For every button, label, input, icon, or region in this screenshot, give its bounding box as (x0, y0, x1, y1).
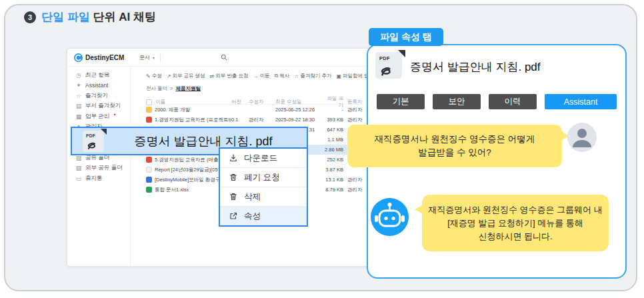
toolbar-copy[interactable]: ⧉복사 (274, 73, 289, 79)
task-manage-icon: ▦ (75, 113, 82, 120)
step-number-badge: 3 (24, 11, 36, 23)
assistant-avatar (371, 198, 409, 236)
toolbar-label: 즐겨찾기 추가 (300, 73, 331, 79)
modified-date-cell: 2025-06-25 12:26 (275, 107, 325, 113)
sidebar-item-즐겨찾기[interactable]: ☆즐겨찾기 (67, 91, 130, 101)
user-message-line: 발급받을 수 있어? (418, 146, 491, 159)
owner-cell: 관리자 (347, 117, 366, 123)
favorites-icon: ☆ (75, 93, 82, 99)
recent-icon: ◷ (75, 72, 82, 79)
file-size-cell: 393 KB (325, 117, 347, 123)
file-size-cell: 647 KB (325, 127, 347, 133)
sidebar-item-label: 최근 항목 (85, 71, 109, 79)
shared-folder-icon: ▧ (75, 155, 82, 161)
sidebar-item-외부 공유 폴더[interactable]: ▨외부 공유 폴더 (67, 163, 130, 174)
file-name: 1.경영지원팀 교육자료 (프로젝트비용,예비자금… (155, 117, 231, 123)
download-icon (229, 153, 238, 163)
move-icon: → (253, 73, 258, 79)
sidebar-item-Assistant[interactable]: ✦Assistant (67, 81, 130, 91)
sidebar-item-업무 관리[interactable]: ▦업무 관리• (67, 111, 130, 122)
chevron-down-icon: ▾ (153, 55, 155, 60)
menu-item-삭제[interactable]: 삭제 (220, 187, 307, 206)
sidebar-item-label: 외부 공유 폴더 (85, 164, 123, 172)
file-name-cell: 2000. 제품 개발 (146, 107, 231, 113)
pdf-file-icon: PDF (83, 131, 104, 152)
panel-tabs: 기본보안이력Assistant (377, 94, 617, 109)
toolbar-external-export[interactable]: ⇄외부 반출 요청 (210, 73, 249, 79)
headline: 3 단일 파일 단위 AI 채팅 (24, 9, 156, 25)
pdf-type-label: PDF (379, 55, 390, 61)
sidebar-item-휴지통[interactable]: ▭휴지통 (67, 173, 130, 184)
scope-label: 문서 (139, 54, 150, 61)
search-box[interactable] (163, 53, 227, 63)
modified-date-cell: 2025-09-22 18:30 (275, 117, 325, 123)
delete-icon (229, 192, 238, 201)
menu-item-폐기 요청[interactable]: 폐기 요청 (220, 167, 307, 187)
menu-item-label: 폐기 요청 (244, 172, 279, 183)
logo-text: DestinyECM (85, 54, 124, 61)
panel-file-title: 증명서 발급안내 지침. pdf (410, 59, 541, 75)
menu-item-label: 속성 (244, 211, 261, 222)
table-header: 이름버전수정자최종 수정일파일 크기등록자 (146, 95, 366, 105)
pdf-glyph-icon (85, 139, 101, 151)
owner-cell: 관리자 (347, 177, 366, 183)
tab-보안[interactable]: 보안 (433, 94, 481, 109)
sidebar-item-최근 항목[interactable]: ◷최근 항목 (67, 70, 130, 81)
breadcrumb-current[interactable]: 제품지원팀 (175, 85, 201, 92)
file-name: 통합 문서1.xlsx (155, 187, 189, 193)
dept-favorites-icon: ▤ (75, 103, 82, 109)
logo-icon (74, 53, 83, 62)
table-row[interactable]: 1.경영지원팀 교육자료 (프로젝트비용,예비자금…0.1관리자2025-09-… (146, 115, 366, 125)
user-avatar (567, 123, 597, 152)
column-header: 이름 (146, 99, 231, 105)
panel-tag: 파일 속성 탭 (369, 28, 443, 46)
menu-item-label: 삭제 (244, 191, 261, 203)
page-fold-icon (101, 129, 107, 135)
tab-기본[interactable]: 기본 (377, 94, 425, 109)
owner-cell: 관리자 (347, 107, 366, 113)
sidebar-item-label: 업무 관리 (85, 113, 109, 121)
assistant-message-line: 재직증명서와 원천징수 영수증은 그룹웨어 내 (428, 203, 602, 217)
assistant-message-line: [재증명 발급 요청하기] 메뉴를 통해 (447, 217, 583, 230)
scope-dropdown[interactable]: 문서 ▾ (139, 53, 161, 62)
docx-file-icon (146, 177, 152, 183)
toolbar-label: 복사 (279, 73, 289, 79)
table-row[interactable]: 2000. 제품 개발2025-06-25 12:26-관리자 (146, 105, 366, 115)
log-file-icon (146, 167, 152, 173)
page-fold-icon (398, 50, 405, 57)
headline-rest: 단위 AI 채팅 (93, 11, 155, 23)
breadcrumb-separator: > (170, 85, 173, 92)
xlsx-file-icon (146, 187, 152, 193)
toolbar-favorite-add[interactable]: ☆즐겨찾기 추가 (294, 73, 331, 79)
external-export-icon: ⇄ (210, 73, 215, 79)
search-icon[interactable] (221, 54, 227, 61)
screenshot-canvas: 3 단일 파일 단위 AI 채팅 DestinyECM 문서 ▾ (0, 0, 644, 298)
menu-item-속성[interactable]: 속성 (220, 206, 307, 225)
external-share-folder-icon: ▨ (75, 165, 82, 171)
toolbar-edit[interactable]: ✎수정 (146, 73, 162, 79)
sidebar-item-label: 즐겨찾기 (85, 92, 108, 100)
toolbar-label: 이동 (259, 73, 269, 79)
pdf-glyph-icon (378, 63, 398, 77)
app-logo: DestinyECM (74, 53, 130, 62)
toolbar-external-share[interactable]: ↗외부 공유 생성 (167, 73, 205, 79)
toolbar-label: 수정 (152, 73, 162, 79)
assistant-icon: ✦ (75, 82, 82, 89)
menu-item-다운로드[interactable]: 다운로드 (220, 149, 307, 167)
search-input[interactable] (163, 54, 221, 61)
column-header-label: 이름 (155, 99, 165, 105)
sidebar-item-부서 즐겨찾기[interactable]: ▤부서 즐겨찾기 (67, 101, 130, 112)
column-header: 버전 (231, 99, 249, 105)
select-all-checkbox[interactable] (146, 99, 152, 105)
trash-icon: ▭ (75, 175, 82, 182)
file-name: 2000. 제품 개발 (155, 107, 190, 113)
tab-이력[interactable]: 이력 (489, 94, 537, 109)
assistant-message-bubble: 재직증명서와 원천징수 영수증은 그룹웨어 내[재증명 발급 요청하기] 메뉴를… (422, 195, 609, 251)
context-menu: 다운로드폐기 요청삭제속성 (219, 147, 308, 227)
properties-icon (229, 211, 238, 221)
column-header: 수정자 (249, 99, 275, 105)
pdf-file-icon-large: PDF (375, 52, 402, 79)
toolbar-move[interactable]: →이동 (253, 73, 269, 79)
tab-Assistant[interactable]: Assistant (545, 94, 617, 109)
breadcrumb-root[interactable]: 전사 폴더 (146, 85, 167, 92)
